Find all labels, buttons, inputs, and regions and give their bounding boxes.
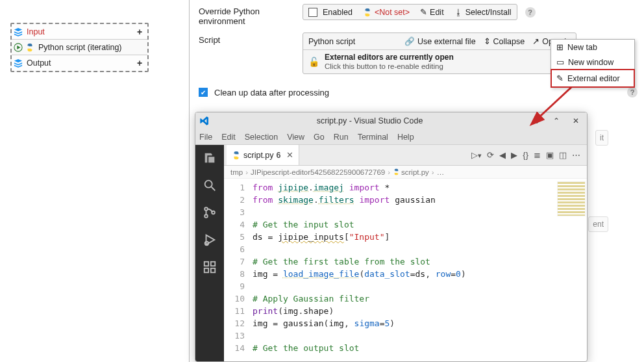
node-input-slot[interactable]: Input + <box>12 24 147 40</box>
vscode-logo-icon <box>199 116 210 126</box>
vscode-titlebar[interactable]: script.py - Visual Studio Code ⌄ ⌃ ✕ <box>195 112 587 129</box>
menu-go[interactable]: Go <box>314 133 325 142</box>
split-editor-icon[interactable]: ◫ <box>559 150 567 160</box>
workflow-node: Input + Python script (iterating) Output… <box>10 23 149 72</box>
code-line[interactable]: ds = jipipe_inputs["Input"] <box>253 231 584 243</box>
window-chevron-up-icon[interactable]: ⌃ <box>549 116 564 125</box>
breadcrumb-segment[interactable]: JIPipescript-editor542568225900672769 <box>251 168 385 176</box>
collapse-icon: ⇕ <box>484 36 491 46</box>
script-editor-widget: Python script 🔗 Use external file ⇕ Coll… <box>303 32 576 74</box>
collapse-button[interactable]: ⇕ Collapse <box>481 35 528 47</box>
code-line[interactable]: # Get the input slot <box>253 218 584 231</box>
code-line[interactable] <box>253 280 584 292</box>
play-icon <box>14 43 23 52</box>
nav-back-icon[interactable]: ◀ <box>499 150 506 160</box>
ext-msg-subtitle: Click this button to re-enable editing <box>325 62 443 70</box>
use-external-file-label: Use external file <box>417 37 476 46</box>
menu-terminal[interactable]: Terminal <box>358 133 388 142</box>
menu-help[interactable]: Help <box>397 133 414 142</box>
use-external-file-button[interactable]: 🔗 Use external file <box>402 35 478 47</box>
minimap[interactable] <box>557 181 586 216</box>
cleanup-checkbox[interactable]: ✔ <box>199 88 208 97</box>
file-tab-name: script.py <box>243 151 274 160</box>
python-icon <box>363 8 372 17</box>
breadcrumb[interactable]: tmp›JIPipescript-editor54256822590067276… <box>224 166 587 179</box>
add-output-button[interactable]: + <box>134 57 145 69</box>
breadcrumb-segment[interactable]: script.py <box>393 168 429 176</box>
explorer-icon[interactable] <box>202 150 217 166</box>
code-line[interactable]: from skimage.filters import gaussian <box>253 194 584 206</box>
code-line[interactable] <box>253 206 584 218</box>
env-edit-label: Edit <box>430 8 444 17</box>
code-line[interactable]: img = gaussian(img, sigma=5) <box>253 317 584 330</box>
nav-forward-icon[interactable]: ▶ <box>511 150 517 160</box>
pencil-icon: ✎ <box>420 7 427 17</box>
menu-run[interactable]: Run <box>334 133 349 142</box>
menu-view[interactable]: View <box>287 133 304 142</box>
more-icon[interactable]: ⋯ <box>572 150 580 160</box>
code-line[interactable]: # Get the output slot <box>253 342 584 354</box>
env-select-button[interactable]: ⭳ Select/Install <box>451 6 515 18</box>
extensions-icon[interactable] <box>202 259 217 275</box>
svg-rect-11 <box>211 262 215 266</box>
env-select-label: Select/Install <box>465 8 512 17</box>
node-title-row[interactable]: Python script (iterating) <box>12 40 147 55</box>
debug-icon[interactable] <box>202 232 217 248</box>
code-editor[interactable]: 1234567891011121314 from jipipe.imagej i… <box>224 179 587 361</box>
svg-rect-8 <box>204 262 208 266</box>
svg-point-5 <box>204 214 208 218</box>
env-value[interactable]: <Not set> <box>359 6 414 18</box>
code-line[interactable] <box>253 243 584 255</box>
editor-tabs: script.py 6 ✕ ▷▾ ⟳ ◀ ▶ {} ≣ ▣ ◫ ⋯ <box>224 145 587 166</box>
python-icon <box>25 43 34 52</box>
code-line[interactable] <box>253 330 584 342</box>
menu-new-window-label: New window <box>568 58 613 67</box>
chevron-right-icon: › <box>245 168 248 176</box>
lock-open-icon: 🔓 <box>308 57 319 67</box>
breadcrumb-segment[interactable]: tmp <box>230 168 243 176</box>
menu-new-window[interactable]: ▭ New window <box>551 55 634 70</box>
code-line[interactable]: from jipipe.imagej import * <box>253 181 584 194</box>
open-in-menu: ⊞ New tab ▭ New window ✎ External editor <box>551 39 635 88</box>
breadcrumb-segment[interactable]: … <box>437 168 445 176</box>
help-icon[interactable]: ? <box>525 7 536 18</box>
vscode-menubar: FileEditSelectionViewGoRunTerminalHelp <box>195 129 587 145</box>
code-line[interactable]: img = load_image_file(data_slot=ds, row=… <box>253 268 584 280</box>
source-control-icon[interactable] <box>202 205 217 220</box>
file-tab[interactable]: script.py 6 ✕ <box>227 145 299 165</box>
layers-icon <box>14 27 23 36</box>
menu-selection[interactable]: Selection <box>245 133 278 142</box>
menu-new-tab[interactable]: ⊞ New tab <box>551 40 634 55</box>
preview-icon[interactable]: ▣ <box>546 150 554 160</box>
svg-line-3 <box>212 187 216 191</box>
window-chevron-down-icon[interactable]: ⌄ <box>530 116 544 125</box>
menu-file[interactable]: File <box>199 133 212 142</box>
window-close-icon[interactable]: ✕ <box>569 116 583 125</box>
node-title-label: Python script (iterating) <box>37 43 145 52</box>
list-icon[interactable]: ≣ <box>534 150 541 160</box>
run-icon[interactable]: ▷▾ <box>471 150 482 160</box>
enabled-toggle-label: Enabled <box>323 8 353 17</box>
search-icon[interactable] <box>202 177 217 193</box>
add-input-button[interactable]: + <box>134 26 145 38</box>
menu-edit[interactable]: Edit <box>221 133 236 142</box>
code-line[interactable]: # Apply Gaussian filter <box>253 292 584 305</box>
ext-msg-title: External editors are currently open <box>325 53 454 62</box>
cleanup-row: ✔ Clean up data after processing ? <box>199 87 638 97</box>
code-line[interactable]: # Get the first table from the slot <box>253 255 584 268</box>
code-line[interactable]: print(img.shape) <box>253 305 584 317</box>
node-output-slot[interactable]: Output + <box>12 55 147 71</box>
run-debug-icon[interactable]: ⟳ <box>487 150 494 160</box>
link-icon: 🔗 <box>404 36 415 46</box>
close-tab-icon[interactable]: ✕ <box>286 150 293 160</box>
code-content[interactable]: from jipipe.imagej import *from skimage.… <box>250 179 587 361</box>
menu-external-editor[interactable]: ✎ External editor <box>551 69 635 88</box>
env-edit-button[interactable]: ✎ Edit <box>416 6 448 18</box>
enabled-toggle[interactable]: Enabled <box>304 6 356 18</box>
help-icon[interactable]: ? <box>627 87 638 97</box>
braces-icon[interactable]: {} <box>523 150 528 160</box>
editor-area: script.py 6 ✕ ▷▾ ⟳ ◀ ▶ {} ≣ ▣ ◫ ⋯ tmp›JI… <box>224 145 587 361</box>
input-slot-label: Input <box>25 27 131 36</box>
external-open-message: External editors are currently open Clic… <box>325 53 454 71</box>
menu-external-editor-label: External editor <box>567 74 620 83</box>
